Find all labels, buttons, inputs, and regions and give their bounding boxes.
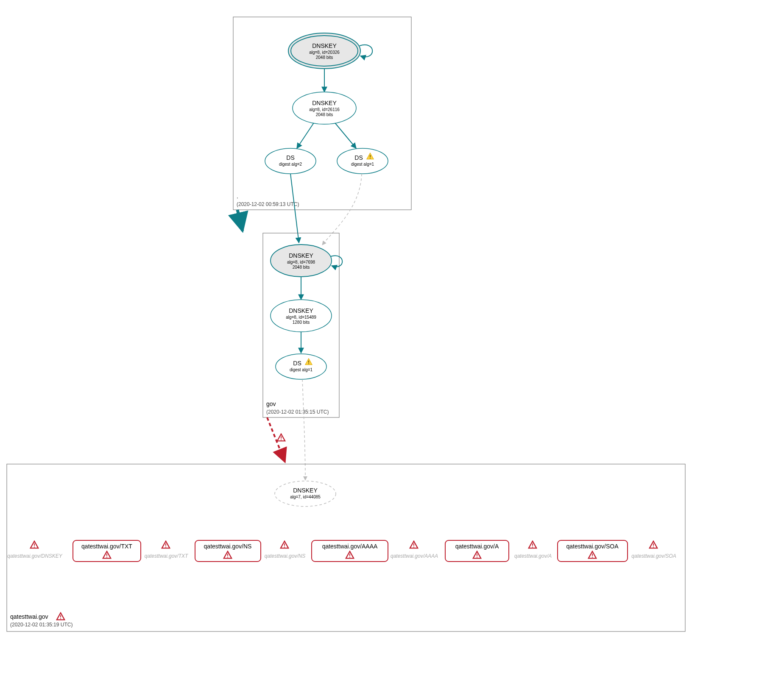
zone-root-name: . <box>237 193 238 200</box>
ghost-txt: qatesttwai.gov/TXT <box>145 541 189 559</box>
svg-text:qatesttwai.gov/A: qatesttwai.gov/A <box>514 553 552 559</box>
rrset-aaaa[interactable]: qatesttwai.gov/AAAA <box>312 540 388 562</box>
warning-icon <box>650 541 657 548</box>
gov-ksk-node[interactable]: DNSKEY alg=8, id=7698 2048 bits <box>271 245 332 277</box>
root-zsk-node[interactable]: DNSKEY alg=8, id=26116 2048 bits <box>293 92 356 124</box>
svg-text:2048 bits: 2048 bits <box>316 112 333 117</box>
ghost-a: qatesttwai.gov/A <box>514 541 552 559</box>
warning-icon <box>57 613 64 620</box>
zone-gov-name: gov <box>266 400 276 407</box>
rrset-a[interactable]: qatesttwai.gov/A <box>445 540 509 562</box>
dnssec-graph: . (2020-12-02 00:59:13 UTC) DNSKEY alg=8… <box>0 0 784 673</box>
svg-text:qatesttwai.gov/NS: qatesttwai.gov/NS <box>265 553 306 559</box>
edge-ds2-govksk <box>322 174 362 245</box>
warning-icon <box>281 541 288 548</box>
svg-text:alg=7, id=44085: alg=7, id=44085 <box>290 495 321 499</box>
ghost-ns: qatesttwai.gov/NS <box>265 541 306 559</box>
svg-text:qatesttwai.gov/NS: qatesttwai.gov/NS <box>204 543 252 550</box>
gov-ksk-selfloop <box>331 256 342 267</box>
warning-icon <box>529 541 536 548</box>
edge-root-gov-delegation <box>237 210 243 231</box>
warning-icon <box>162 541 170 548</box>
zone-leaf-name: qatesttwai.gov <box>10 613 48 620</box>
svg-point-32 <box>275 481 336 506</box>
gov-zsk-node[interactable]: DNSKEY alg=8, id=15489 1280 bits <box>271 300 332 332</box>
warning-icon <box>31 541 38 548</box>
ghost-dnskey: qatesttwai.gov/DNSKEY <box>7 541 62 559</box>
svg-text:DNSKEY: DNSKEY <box>289 252 313 259</box>
root-ksk-title: DNSKEY <box>312 42 337 49</box>
root-ds1-node[interactable]: DS digest alg=2 <box>265 148 316 174</box>
zone-root: . (2020-12-02 00:59:13 UTC) DNSKEY alg=8… <box>233 17 411 210</box>
edge-rootzsk-ds1 <box>297 123 314 148</box>
svg-text:2048 bits: 2048 bits <box>293 265 310 270</box>
ghost-aaaa: qatesttwai.gov/AAAA <box>391 541 438 559</box>
root-ksk-selfloop <box>360 45 372 57</box>
svg-text:DNSKEY: DNSKEY <box>312 100 337 106</box>
zone-root-ts: (2020-12-02 00:59:13 UTC) <box>237 201 299 207</box>
svg-text:DNSKEY: DNSKEY <box>289 307 313 314</box>
svg-text:alg=8, id=20326: alg=8, id=20326 <box>309 50 340 55</box>
svg-text:alg=8, id=26116: alg=8, id=26116 <box>309 107 340 112</box>
svg-text:DS: DS <box>286 154 294 161</box>
edge-ds1-govksk <box>290 174 299 243</box>
svg-text:digest alg=1: digest alg=1 <box>290 367 313 372</box>
svg-text:DNSKEY: DNSKEY <box>293 487 318 494</box>
zone-leaf-ts: (2020-12-02 01:35:19 UTC) <box>10 622 73 628</box>
gov-ds-node[interactable]: DS digest alg=1 <box>276 354 326 379</box>
svg-text:2048 bits: 2048 bits <box>316 55 333 60</box>
rrset-txt[interactable]: qatesttwai.gov/TXT <box>73 540 141 562</box>
svg-text:1280 bits: 1280 bits <box>293 320 310 325</box>
svg-text:digest alg=2: digest alg=2 <box>279 162 302 167</box>
root-ds2-node[interactable]: DS digest alg=1 <box>337 148 388 174</box>
rrset-ns[interactable]: qatesttwai.gov/NS <box>195 540 261 562</box>
zone-gov-ts: (2020-12-02 01:35:15 UTC) <box>266 409 329 415</box>
svg-text:qatesttwai.gov/TXT: qatesttwai.gov/TXT <box>81 543 132 550</box>
svg-text:DS: DS <box>293 360 301 367</box>
svg-text:qatesttwai.gov/AAAA: qatesttwai.gov/AAAA <box>391 553 438 559</box>
svg-text:alg=8, id=15489: alg=8, id=15489 <box>286 315 316 320</box>
svg-point-28 <box>276 354 326 379</box>
edge-govds-leafkey <box>302 379 305 480</box>
warning-icon <box>277 434 285 441</box>
svg-text:qatesttwai.gov/A: qatesttwai.gov/A <box>455 543 499 550</box>
svg-text:qatesttwai.gov/DNSKEY: qatesttwai.gov/DNSKEY <box>7 553 62 559</box>
leaf-key-node[interactable]: DNSKEY alg=7, id=44085 <box>275 481 336 506</box>
svg-text:digest alg=1: digest alg=1 <box>351 162 374 167</box>
svg-text:qatesttwai.gov/SOA: qatesttwai.gov/SOA <box>566 543 619 550</box>
zone-leaf: qatesttwai.gov (2020-12-02 01:35:19 UTC)… <box>7 464 685 631</box>
rrset-soa[interactable]: qatesttwai.gov/SOA <box>558 540 628 562</box>
svg-point-13 <box>265 148 316 174</box>
ghost-soa: qatesttwai.gov/SOA <box>631 541 676 559</box>
svg-text:alg=8, id=7698: alg=8, id=7698 <box>287 260 315 264</box>
svg-text:DS: DS <box>354 154 363 161</box>
svg-point-16 <box>337 148 388 174</box>
edge-rootzsk-ds2 <box>335 123 356 148</box>
svg-text:qatesttwai.gov/AAAA: qatesttwai.gov/AAAA <box>322 543 378 550</box>
root-ksk-node[interactable]: DNSKEY alg=8, id=20326 2048 bits <box>288 33 360 69</box>
svg-text:qatesttwai.gov/TXT: qatesttwai.gov/TXT <box>145 553 189 559</box>
warning-icon <box>410 541 418 548</box>
svg-text:qatesttwai.gov/SOA: qatesttwai.gov/SOA <box>631 553 676 559</box>
